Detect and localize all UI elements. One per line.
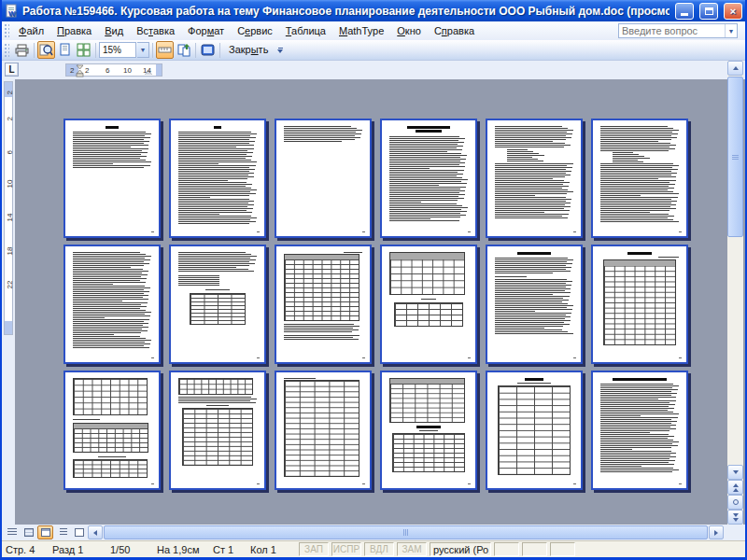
status-line: Ст 1 [213, 544, 250, 555]
page-thumbnail-11[interactable] [486, 245, 583, 364]
toolbar-separator [195, 43, 196, 58]
print-button[interactable] [13, 41, 31, 59]
page-thumbnail-10[interactable] [380, 245, 477, 364]
page-thumbnail-2[interactable] [169, 119, 266, 238]
greeked-content [495, 378, 573, 483]
menu-item-1[interactable]: Файл [12, 23, 50, 39]
horizontal-ruler[interactable]: 2261014 [65, 63, 162, 77]
full-screen-button[interactable] [199, 41, 217, 59]
menu-item-7[interactable]: Таблица [279, 23, 332, 39]
page-thumbnail-8[interactable] [169, 245, 266, 364]
h-ruler-number: 2 [70, 66, 74, 75]
menu-item-4[interactable]: Вставка [130, 23, 181, 39]
page-thumbnail-5[interactable] [486, 119, 583, 238]
page-thumbnail-15[interactable] [275, 371, 372, 490]
page-number-mark [151, 231, 154, 232]
reading-layout-button[interactable] [71, 525, 87, 539]
indent-marker-icon[interactable] [76, 64, 84, 77]
double-up-icon [733, 483, 739, 492]
page-number-mark [257, 357, 260, 358]
previous-page-button[interactable] [727, 480, 743, 495]
vertical-scroll-track[interactable] [727, 237, 743, 465]
multiple-pages-button[interactable] [75, 41, 92, 59]
greeked-content [178, 126, 257, 231]
page-thumbnail-17[interactable] [486, 371, 583, 490]
word-window: W Работа №159466. Курсовая работа на тем… [0, 0, 747, 560]
minimize-icon [681, 13, 688, 16]
status-toggle-вдл[interactable]: ВДЛ [364, 542, 394, 556]
svg-text:W: W [8, 9, 16, 18]
horizontal-scroll-thumb[interactable] [104, 525, 708, 539]
question-dropdown-icon[interactable]: ▼ [725, 24, 737, 37]
status-toggle-зап[interactable]: ЗАП [299, 542, 329, 556]
print-preview-toolbar: 15% ▼ Закрыть [2, 40, 745, 61]
zoom-combobox[interactable]: 15% [99, 42, 136, 58]
status-toggle-зам[interactable]: ЗАМ [397, 542, 427, 556]
scroll-left-button[interactable] [88, 525, 103, 539]
scroll-right-icon [714, 530, 718, 536]
scroll-up-button[interactable] [727, 61, 743, 76]
status-toggle-испр[interactable]: ИСПР [331, 542, 361, 556]
outline-view-button[interactable] [54, 525, 70, 539]
page-thumbnail-16[interactable] [380, 371, 477, 490]
question-input[interactable] [619, 25, 725, 36]
page-thumbnail-12[interactable] [591, 245, 688, 364]
greeked-content [73, 252, 151, 357]
page-number-mark [468, 357, 471, 358]
ask-a-question-box[interactable]: ▼ [618, 23, 738, 38]
toolbar-drag-handle[interactable] [5, 44, 9, 57]
menu-item-5[interactable]: Формат [181, 23, 231, 39]
one-page-button[interactable] [56, 41, 74, 59]
page-thumbnail-3[interactable] [275, 119, 372, 238]
menu-item-8[interactable]: MathType [332, 23, 390, 39]
minimize-button[interactable] [675, 3, 694, 20]
menu-item-10[interactable]: Справка [428, 23, 481, 39]
status-toggles: ЗАПИСПРВДЛЗАМ [299, 542, 430, 556]
page-thumbnail-13[interactable] [63, 371, 161, 490]
menubar-drag-handle[interactable] [5, 24, 9, 37]
shrink-to-fit-button[interactable] [175, 41, 192, 59]
print-icon [15, 44, 29, 57]
horizontal-scroll-track[interactable] [104, 525, 708, 539]
ruler-toggle-button[interactable] [156, 41, 174, 59]
web-layout-view-button[interactable] [21, 525, 36, 539]
greeked-content [600, 252, 679, 357]
page-thumbnail-7[interactable] [63, 245, 161, 364]
next-page-button[interactable] [727, 510, 743, 525]
page-thumbnail-18[interactable] [591, 371, 688, 490]
page-number-mark [151, 483, 154, 484]
vertical-scroll-thumb[interactable] [727, 77, 743, 237]
close-preview-button[interactable]: Закрыть [223, 42, 274, 58]
scroll-right-button[interactable] [709, 525, 724, 539]
print-layout-view-button[interactable] [37, 525, 53, 539]
greeked-content [73, 378, 151, 483]
pages-grid [63, 119, 688, 490]
scroll-down-button[interactable] [727, 465, 743, 480]
restore-button[interactable] [699, 3, 718, 20]
zoom-dropdown-icon[interactable]: ▼ [137, 42, 149, 58]
menu-item-6[interactable]: Сервис [231, 23, 279, 39]
vertical-scrollbar[interactable] [727, 61, 743, 525]
page-number-mark [257, 483, 260, 484]
page-thumbnail-14[interactable] [169, 371, 266, 490]
page-number-mark [573, 231, 576, 232]
page-thumbnail-4[interactable] [380, 119, 477, 238]
page-number-mark [573, 483, 576, 484]
page-thumbnail-9[interactable] [275, 245, 372, 364]
page-thumbnail-6[interactable] [591, 119, 688, 238]
vertical-ruler[interactable]: 22610141822 [4, 81, 13, 335]
menu-item-9[interactable]: Окно [390, 23, 428, 39]
close-window-button[interactable]: × [724, 3, 742, 20]
menu-item-3[interactable]: Вид [98, 23, 130, 39]
menu-item-2[interactable]: Правка [50, 23, 98, 39]
status-language[interactable]: русский (Ро [430, 542, 491, 556]
page-number-mark [468, 231, 471, 232]
status-column: Кол 1 [250, 544, 295, 555]
magnifier-button[interactable] [37, 41, 55, 59]
toolbar-options-icon[interactable] [275, 42, 286, 59]
page-thumbnail-1[interactable] [63, 119, 161, 238]
window-title: Работа №159466. Курсовая работа на тему … [22, 5, 669, 18]
tab-stop-selector[interactable]: L [5, 63, 19, 77]
select-browse-object-button[interactable] [727, 495, 743, 510]
normal-view-button[interactable] [4, 525, 20, 539]
